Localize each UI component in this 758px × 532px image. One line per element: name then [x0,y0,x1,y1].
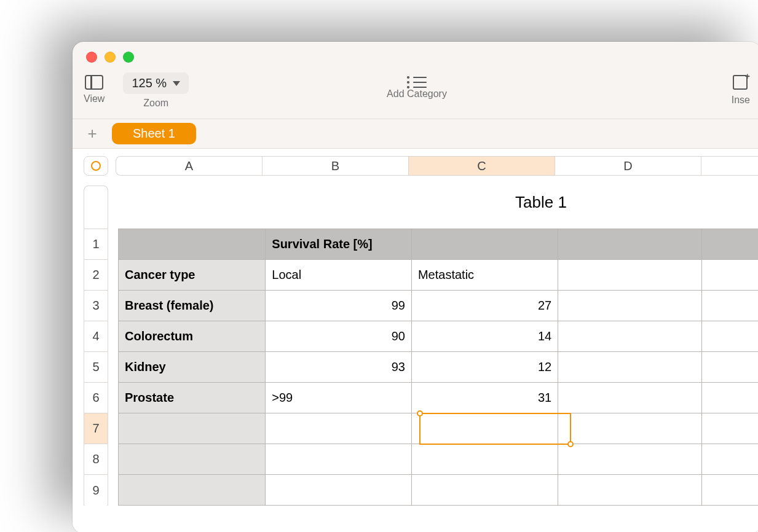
cell-c8[interactable] [411,444,558,475]
column-header-bar: A B C D [84,156,758,176]
zoom-label: Zoom [143,98,168,109]
close-window-button[interactable] [86,52,97,63]
cell-a6[interactable]: Prostate [119,383,266,413]
ring-icon [91,161,101,171]
cell-b1[interactable]: Survival Rate [%] [266,229,412,260]
cell-c9[interactable] [411,475,558,506]
cell-d8[interactable] [558,444,702,475]
row-header-1[interactable]: 1 [84,229,108,260]
cell-d1[interactable] [558,229,702,260]
fullscreen-window-button[interactable] [123,52,134,63]
cell-e8[interactable] [701,444,758,475]
view-label: View [84,93,105,104]
row-header-4[interactable]: 4 [84,321,108,352]
sheet-tabs-bar: + Sheet 1 [73,119,758,149]
sheet-tab[interactable]: Sheet 1 [112,123,196,144]
cell-d3[interactable] [558,291,702,321]
cell-e4[interactable] [701,321,758,352]
cell-d7[interactable] [558,413,702,444]
cell-a4[interactable]: Colorectum [119,321,266,352]
cell-d2[interactable] [558,260,702,291]
zoom-dropdown[interactable]: 125 % [123,72,189,94]
row-header-8[interactable]: 8 [84,444,108,475]
titlebar [73,42,758,72]
cell-b4[interactable]: 90 [266,321,412,352]
cell-d5[interactable] [558,352,702,383]
add-category-icon[interactable] [407,76,427,88]
row-header-9[interactable]: 9 [84,475,108,506]
cell-e9[interactable] [701,475,758,506]
cell-a1[interactable] [119,229,266,260]
cell-b3[interactable]: 99 [266,291,412,321]
cell-c6[interactable]: 31 [411,383,558,413]
cell-a7[interactable] [119,413,266,444]
cell-c2[interactable]: Metastatic [411,260,558,291]
add-sheet-button[interactable]: + [84,124,101,143]
window-controls [86,52,134,63]
cell-a8[interactable] [119,444,266,475]
cell-d6[interactable] [558,383,702,413]
cell-d9[interactable] [558,475,702,506]
row-header-spacer [84,186,108,229]
app-window: View 125 % Zoom Add Category Inse + Shee… [73,42,758,532]
column-header-c[interactable]: C [409,157,555,175]
spreadsheet-table: Survival Rate [%] Cancer type Local Meta… [118,229,758,506]
cell-e7[interactable] [701,413,758,444]
cell-e5[interactable] [701,352,758,383]
row-header-2[interactable]: 2 [84,260,108,291]
cell-c1[interactable] [411,229,558,260]
insert-icon[interactable] [733,75,749,91]
column-header-a[interactable]: A [116,157,263,175]
insert-label: Inse [732,95,750,106]
view-icon[interactable] [85,75,103,90]
table-select-all[interactable] [84,156,108,176]
cell-e6[interactable] [701,383,758,413]
cell-b7[interactable] [266,413,412,444]
row-header-7[interactable]: 7 [84,413,108,444]
cell-a9[interactable] [119,475,266,506]
minimize-window-button[interactable] [105,52,116,63]
document-area: A B C D 1 2 3 4 5 6 7 8 9 Table 1 Surviv… [73,149,758,532]
cell-b9[interactable] [266,475,412,506]
row-header-6[interactable]: 6 [84,383,108,413]
cell-d4[interactable] [558,321,702,352]
cell-b8[interactable] [266,444,412,475]
column-header-b[interactable]: B [263,157,409,175]
sheet-tab-label: Sheet 1 [133,127,175,140]
chevron-down-icon [173,81,180,86]
table-title[interactable]: Table 1 [515,193,567,212]
cell-b6[interactable]: >99 [266,383,412,413]
zoom-value: 125 % [132,76,167,90]
column-header-d[interactable]: D [555,157,701,175]
column-header-e[interactable] [701,157,758,175]
cell-e1[interactable] [701,229,758,260]
cell-e3[interactable] [701,291,758,321]
cell-c3[interactable]: 27 [411,291,558,321]
cell-a2[interactable]: Cancer type [119,260,266,291]
cell-a3[interactable]: Breast (female) [119,291,266,321]
cell-a5[interactable]: Kidney [119,352,266,383]
cell-e2[interactable] [701,260,758,291]
toolbar: View 125 % Zoom Add Category Inse [73,72,758,119]
row-header-3[interactable]: 3 [84,291,108,321]
cell-b5[interactable]: 93 [266,352,412,383]
cell-c5[interactable]: 12 [411,352,558,383]
row-header-bar: 1 2 3 4 5 6 7 8 9 [84,186,108,506]
cell-c7[interactable] [411,413,558,444]
cell-c4[interactable]: 14 [411,321,558,352]
row-header-5[interactable]: 5 [84,352,108,383]
cell-b2[interactable]: Local [266,260,412,291]
add-category-label: Add Category [387,88,447,100]
